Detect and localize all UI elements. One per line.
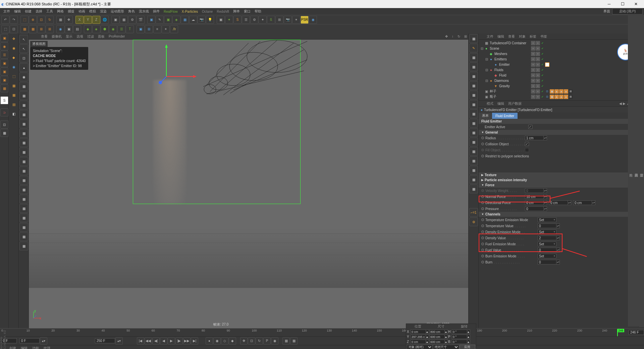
menu-item[interactable]: 动画 [76,9,87,14]
cursor-icon[interactable]: ↖ [19,35,28,44]
menu-item[interactable]: 创建 [23,9,34,14]
menu-item[interactable]: 模拟 [87,9,98,14]
fuel-value-input[interactable]: 0 [538,248,556,252]
menu-item[interactable]: 选择 [34,9,44,14]
tool-icon[interactable]: ▦ [9,81,18,90]
plugin-button[interactable]: ☰ [242,16,250,24]
tool-icon[interactable]: ▦ [469,119,478,128]
tool-icon[interactable]: ▣ [0,76,8,84]
tool-icon[interactable]: ▦ [469,138,478,146]
tool-icon[interactable]: ▦ [469,175,478,184]
viewport-3d[interactable]: 透视视图 Simulation "Scene": CACHE MODE > Fl… [29,40,468,328]
goto-end-button[interactable]: ▶| [191,337,198,345]
tool-button[interactable]: ▦ [29,25,37,33]
render-region-button[interactable]: ▦ [120,16,128,24]
menu-item[interactable]: 工具 [44,9,55,14]
tool-icon[interactable]: ▦ [469,147,478,156]
vp-menu-item[interactable]: 摄像机 [52,34,62,39]
spinner[interactable]: ▴▾ [40,337,47,345]
menu-item[interactable]: 帮助 [253,9,263,14]
dforce-x-input[interactable]: 0 cm [525,200,544,205]
magnet-icon[interactable]: ⊃ [0,108,8,116]
density-value-input[interactable]: 2 [538,236,556,240]
cube-icon[interactable]: ▣ [0,34,8,42]
tool-icon[interactable]: ▦ [19,101,28,109]
key-rot-button[interactable]: ↻ [256,337,263,345]
play-back-button[interactable]: ◀ [160,337,167,345]
tool-icon[interactable]: ▦ [19,242,28,250]
tool-button[interactable]: ▦ [56,16,64,24]
gear-icon[interactable]: ⚙ [469,217,478,226]
menu-item[interactable]: 脚本 [231,9,242,14]
camera-button[interactable]: 📷 [198,16,206,24]
redo-button[interactable]: ↷ [10,16,18,24]
rotate-tool[interactable]: ↻ [46,16,54,24]
plugin-button[interactable]: ✴ [292,16,300,24]
qr-button[interactable]: ◉ [309,16,317,24]
tool-button[interactable]: ▤ [73,25,81,33]
tool-icon[interactable]: ⬚ [9,72,18,81]
section-general[interactable]: ▼General [479,130,644,135]
tool-icon[interactable]: ▤ [9,100,18,109]
select-tool[interactable]: ⬚ [20,16,29,24]
tool-button[interactable]: ✥ [65,16,73,24]
axis-gizmo[interactable] [156,43,197,87]
spline-button[interactable]: ✎ [156,16,164,24]
menu-item[interactable]: 流水线 [137,9,151,14]
spinner[interactable]: ▴▾ [115,337,123,345]
key-pla-button[interactable]: ◉ [271,337,278,345]
light-button[interactable]: 💡 [206,16,214,24]
dforce-z-input[interactable]: 0 cm [573,200,592,205]
generator-button[interactable]: ▣ [164,16,172,24]
rotate-icon[interactable]: ◉ [9,44,18,52]
tool-button[interactable]: ◉ [109,25,117,33]
tool-button[interactable]: ⊞ [37,25,45,33]
coord-size-select[interactable]: 绝对尺寸 [433,345,459,349]
pressure-input[interactable]: 0 [525,206,544,211]
tree-row[interactable]: ▼Gravity▫▫✓ [479,83,644,89]
spinner[interactable]: ▴▾ [592,200,595,205]
frame-start2[interactable]: 0 F [19,338,40,343]
vp-nav-icon[interactable]: ↕ [452,35,453,38]
tool-button[interactable]: ✴ [162,25,170,33]
fx-button[interactable]: .fx [170,25,178,33]
coord-input[interactable] [452,340,467,344]
tool-icon[interactable]: ✎ [469,44,478,52]
tool-icon[interactable]: ◧ [9,109,18,118]
key-button[interactable]: ◇ [221,337,228,345]
tool-button[interactable]: ▦ [20,25,29,33]
tool-icon[interactable]: ▦ [0,129,8,137]
menu-item[interactable]: 运动图形 [109,9,126,14]
psr-button[interactable]: PSR [301,16,309,24]
spinner[interactable]: ▴▾ [556,248,560,252]
tool-icon[interactable]: ⊡ [0,120,8,129]
tool-icon[interactable]: ▦ [19,223,28,232]
tool-icon[interactable]: ◉ [9,62,18,71]
tab-fluid-emitter[interactable]: Fluid Emitter [492,113,518,119]
tool-icon[interactable]: ▦ [469,156,478,165]
coord-input[interactable] [429,335,445,339]
spinner[interactable]: ▴▾ [556,223,560,228]
tool-icon[interactable]: ▦ [19,213,28,222]
prev-key-button[interactable]: ◀◀ [145,337,152,345]
close-button[interactable]: ✕ [629,0,643,8]
render-button[interactable]: ▣ [111,16,119,24]
tool-button[interactable]: ⬚ [1,25,9,33]
am-menu[interactable]: 编辑 [497,101,504,106]
frame-end[interactable]: 250 F [95,338,115,343]
menu-item[interactable]: 捕捉 [66,9,76,14]
density-mode-select[interactable]: Set▾ [538,230,556,234]
generator-button[interactable]: ◈ [172,16,180,24]
radius-input[interactable]: 1 cm [525,136,544,140]
record-button[interactable]: ● [206,337,213,345]
tool-button[interactable]: ⊡ [10,25,18,33]
menu-item[interactable]: 文件 [1,9,12,14]
right-tabs[interactable]: 渲染设置 内容浏览器 构造 [639,15,644,327]
render-settings-button[interactable]: ⚙ [128,16,136,24]
spinner[interactable]: ▴▾ [544,206,547,211]
tool-icon[interactable]: ▣ [0,67,8,76]
apply-button[interactable]: 应用 [460,345,475,349]
move-icon[interactable]: ✥ [9,34,18,43]
tool-icon[interactable]: ▦ [19,204,28,213]
om-menu[interactable]: 文件 [487,34,493,39]
